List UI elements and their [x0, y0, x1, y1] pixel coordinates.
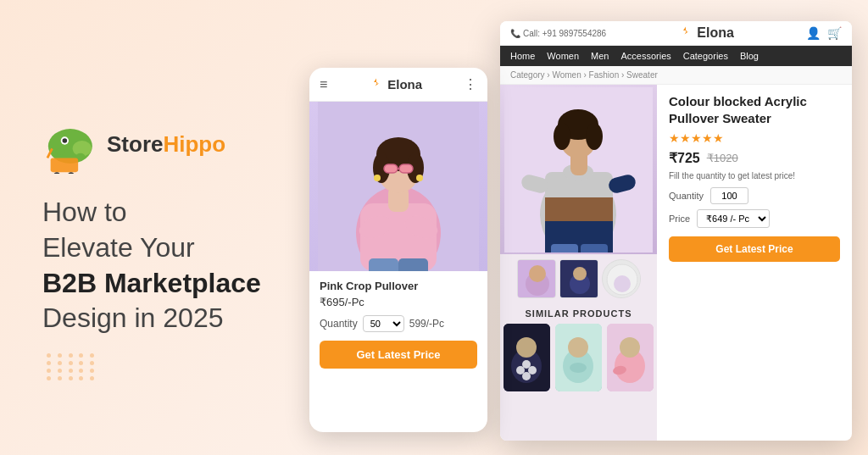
logo-area: StoreHippo	[42, 119, 297, 169]
quantity-row: Quantity	[669, 187, 840, 204]
original-price: ₹1020	[707, 152, 738, 164]
svg-point-8	[68, 172, 74, 174]
mobile-product-info: Pink Crop Pullover ₹695/-Pc Quantity 50 …	[309, 271, 487, 377]
mobile-quantity-price: 599/-Pc	[409, 318, 444, 330]
headline: How to Elevate Your B2B Marketplace Desi…	[42, 195, 297, 336]
svg-point-59	[568, 337, 588, 358]
desktop-mockup: 📞 Call: +91 9897554286 Elona 👤 🛒 Home Wo…	[500, 21, 852, 441]
svg-point-55	[522, 360, 531, 369]
svg-point-35	[554, 123, 570, 150]
desktop-topbar: 📞 Call: +91 9897554286 Elona 👤 🛒	[500, 21, 852, 46]
svg-point-49	[614, 275, 631, 292]
desktop-get-price-button[interactable]: Get Latest Price	[669, 236, 840, 262]
thumbnail-2[interactable]	[559, 259, 598, 298]
price-row: ₹725 ₹1020	[669, 150, 840, 166]
svg-point-43	[529, 265, 546, 282]
price-tier-select[interactable]: ₹649 /- Pc ₹599 /- Pc	[697, 209, 770, 228]
desktop-thumbnails	[512, 254, 646, 303]
price-label: Price	[669, 214, 690, 224]
quantity-input[interactable]	[710, 187, 748, 204]
mobile-quantity-row: Quantity 50 100 200 599/-Pc	[320, 315, 477, 332]
cart-icon[interactable]: 🛒	[827, 26, 842, 40]
similar-item-2[interactable]	[555, 324, 602, 391]
mobile-logo: Elona	[369, 77, 422, 92]
storehippo-logo-icon	[42, 119, 102, 169]
svg-rect-25	[398, 258, 428, 271]
more-options-icon[interactable]: ⋮	[464, 76, 477, 92]
desktop-content: SIMILAR PRODUCTS	[500, 85, 852, 441]
quantity-label: Quantity	[669, 191, 704, 201]
mobile-header: ≡ Elona ⋮	[309, 68, 487, 102]
svg-point-36	[586, 123, 603, 150]
svg-point-3	[63, 139, 68, 144]
decorative-dots-bottom	[47, 353, 97, 404]
svg-point-22	[374, 175, 381, 181]
svg-point-4	[55, 149, 64, 155]
price-note: Fill the quantity to get latest price!	[669, 171, 840, 180]
svg-point-56	[522, 372, 531, 380]
nav-item-men[interactable]: Men	[591, 51, 609, 61]
desktop-product-info: Colour blocked Acrylic Pullover Sweater …	[657, 85, 852, 441]
similar-products-title: SIMILAR PRODUCTS	[504, 308, 654, 319]
desktop-product-images: SIMILAR PRODUCTS	[500, 85, 657, 441]
desktop-top-icons: 👤 🛒	[806, 26, 842, 40]
svg-point-23	[416, 175, 423, 181]
similar-item-1[interactable]	[504, 324, 550, 391]
headline-bold: B2B Marketplace	[42, 266, 297, 302]
similar-products-section: SIMILAR PRODUCTS	[500, 303, 657, 397]
desktop-nav: Home Women Men Accessories Categories Bl…	[500, 46, 852, 66]
mobile-product-price: ₹695/-Pc	[320, 296, 477, 308]
headline-line3: Design in 2025	[42, 301, 297, 336]
hamburger-icon[interactable]: ≡	[320, 77, 327, 92]
svg-point-60	[570, 363, 587, 373]
svg-point-52	[516, 337, 537, 358]
nav-item-women[interactable]: Women	[547, 51, 579, 61]
mobile-get-price-button[interactable]: Get Latest Price	[320, 341, 477, 369]
nav-item-accessories[interactable]: Accessories	[620, 51, 670, 61]
price-select-row: Price ₹649 /- Pc ₹599 /- Pc	[669, 209, 840, 228]
user-icon[interactable]: 👤	[806, 26, 821, 40]
breadcrumb: Category › Women › Fashion › Sweater	[500, 66, 852, 85]
svg-point-7	[53, 172, 59, 174]
desktop-main-product-image	[500, 85, 657, 254]
brand-name: StoreHippo	[107, 131, 225, 158]
svg-point-63	[620, 337, 640, 358]
svg-rect-20	[399, 164, 413, 173]
nav-item-home[interactable]: Home	[510, 51, 535, 61]
similar-item-3[interactable]	[607, 324, 654, 391]
phone-icon: 📞	[510, 29, 520, 38]
svg-rect-38	[581, 244, 608, 252]
svg-point-46	[573, 267, 587, 280]
thumbnail-1[interactable]	[517, 259, 556, 298]
desktop-logo: Elona	[678, 25, 734, 41]
mobile-quantity-select[interactable]: 50 100 200	[363, 315, 404, 332]
product-rating: ★★★★★	[669, 131, 840, 145]
headline-line2: Elevate Your	[42, 230, 297, 266]
headline-line1: How to	[42, 195, 297, 230]
mobile-product-image	[309, 102, 487, 271]
svg-rect-24	[369, 258, 398, 271]
thumbnail-3[interactable]	[602, 259, 641, 298]
nav-item-blog[interactable]: Blog	[740, 51, 759, 61]
mobile-mockup: ≡ Elona ⋮	[309, 68, 487, 432]
nav-item-categories[interactable]: Categories	[683, 51, 728, 61]
phone-info: 📞 Call: +91 9897554286	[510, 29, 606, 38]
current-price: ₹725	[669, 150, 700, 166]
similar-products-grid	[504, 324, 654, 391]
mobile-quantity-label: Quantity	[320, 318, 358, 330]
svg-rect-6	[51, 158, 78, 173]
phone-number: Call: +91 9897554286	[523, 29, 606, 38]
desktop-product-title: Colour blocked Acrylic Pullover Sweater	[669, 93, 840, 126]
mobile-product-title: Pink Crop Pullover	[320, 280, 477, 292]
svg-rect-37	[551, 244, 578, 252]
svg-rect-19	[384, 164, 398, 173]
